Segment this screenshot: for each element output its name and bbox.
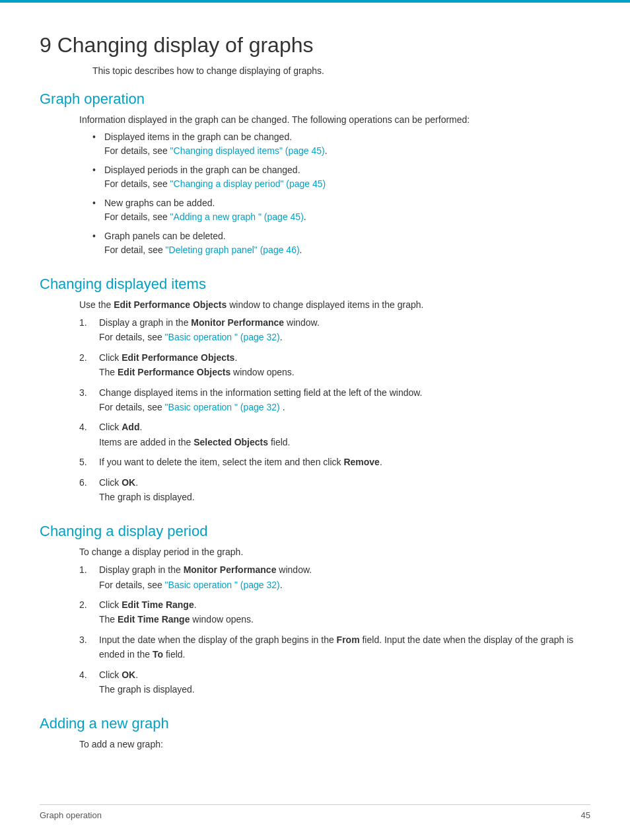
step-item: Click Edit Time Range. The Edit Time Ran… — [79, 597, 590, 627]
step-item: Input the date when the display of the g… — [79, 632, 590, 662]
section-adding-new-graph: Adding a new graph To add a new graph: — [40, 715, 590, 749]
link-adding-new-graph[interactable]: "Adding a new graph " (page 45) — [170, 211, 304, 222]
step-sub: Items are added in the Selected Objects … — [99, 435, 590, 449]
changing-display-period-steps: Display graph in the Monitor Performance… — [79, 562, 590, 697]
adding-new-graph-intro: To add a new graph: — [79, 739, 590, 749]
link-basic-operation-3[interactable]: "Basic operation " (page 32) — [165, 580, 280, 590]
step-item: If you want to delete the item, select t… — [79, 455, 590, 469]
graph-operation-intro: Information displayed in the graph can b… — [79, 114, 590, 125]
link-changing-displayed-items[interactable]: "Changing displayed items" (page 45) — [170, 145, 325, 156]
list-item: Displayed periods in the graph can be ch… — [92, 163, 590, 191]
step-sub: The graph is displayed. — [99, 682, 590, 697]
link-deleting-graph-panel[interactable]: "Deleting graph panel" (page 46) — [166, 245, 300, 255]
graph-operation-list: Displayed items in the graph can be chan… — [92, 130, 590, 257]
changing-displayed-items-intro: Use the Edit Performance Objects window … — [79, 299, 590, 310]
list-item-sub: For details, see "Changing displayed ite… — [104, 144, 590, 158]
section-changing-displayed-items: Changing displayed items Use the Edit Pe… — [40, 276, 590, 504]
step-sub: For details, see "Basic operation " (pag… — [99, 330, 590, 344]
footer-right: 45 — [581, 810, 590, 820]
step-item: Display a graph in the Monitor Performan… — [79, 315, 590, 345]
section-heading-graph-operation: Graph operation — [40, 91, 590, 108]
link-changing-display-period[interactable]: "Changing a display period" (page 45) — [170, 178, 326, 189]
list-item: Graph panels can be deleted. For detail,… — [92, 229, 590, 257]
changing-displayed-items-steps: Display a graph in the Monitor Performan… — [79, 315, 590, 504]
section-heading-changing-displayed-items: Changing displayed items — [40, 276, 590, 293]
section-changing-display-period: Changing a display period To change a di… — [40, 523, 590, 697]
page-title: 9 Changing display of graphs — [40, 26, 590, 57]
step-item: Click OK. The graph is displayed. — [79, 668, 590, 697]
section-heading-adding-new-graph: Adding a new graph — [40, 715, 590, 732]
step-sub: The Edit Performance Objects window open… — [99, 365, 590, 379]
step-item: Display graph in the Monitor Performance… — [79, 562, 590, 592]
top-border — [0, 0, 630, 3]
step-item: Click OK. The graph is displayed. — [79, 475, 590, 505]
list-item: Displayed items in the graph can be chan… — [92, 130, 590, 158]
changing-display-period-intro: To change a display period in the graph. — [79, 547, 590, 557]
step-sub: For details, see "Basic operation " (pag… — [99, 578, 590, 592]
list-item-sub: For details, see "Changing a display per… — [104, 177, 590, 191]
link-basic-operation-2[interactable]: "Basic operation " (page 32) — [165, 402, 280, 412]
link-basic-operation-1[interactable]: "Basic operation " (page 32) — [165, 332, 280, 342]
step-sub: The graph is displayed. — [99, 490, 590, 504]
list-item: New graphs can be added. For details, se… — [92, 196, 590, 224]
step-item: Change displayed items in the informatio… — [79, 385, 590, 415]
footer-left: Graph operation — [40, 810, 102, 820]
list-item-sub: For detail, see "Deleting graph panel" (… — [104, 243, 590, 257]
list-item-sub: For details, see "Adding a new graph " (… — [104, 210, 590, 224]
step-sub: The Edit Time Range window opens. — [99, 612, 590, 627]
step-sub: For details, see "Basic operation " (pag… — [99, 400, 590, 414]
step-item: Click Add. Items are added in the Select… — [79, 420, 590, 449]
step-item: Click Edit Performance Objects. The Edit… — [79, 350, 590, 380]
footer: Graph operation 45 — [40, 804, 590, 820]
page-intro: This topic describes how to change displ… — [92, 65, 590, 76]
section-heading-changing-display-period: Changing a display period — [40, 523, 590, 540]
section-graph-operation: Graph operation Information displayed in… — [40, 91, 590, 257]
